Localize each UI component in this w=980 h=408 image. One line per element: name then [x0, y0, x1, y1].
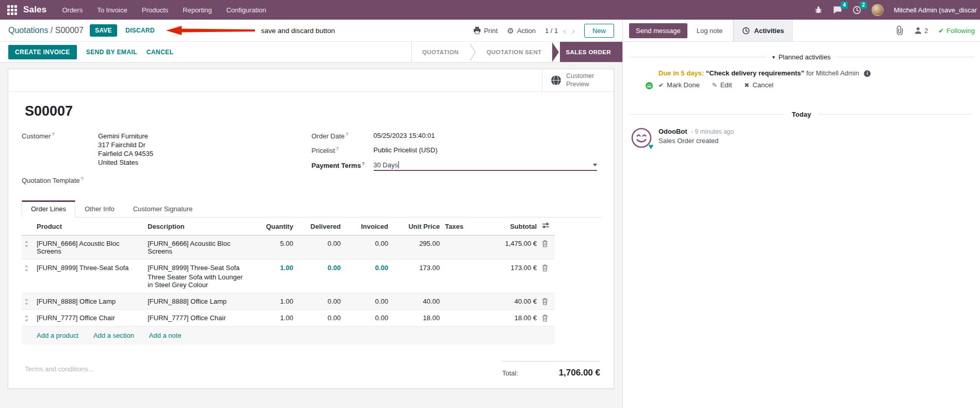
- cell-delivered[interactable]: 0.00: [296, 260, 343, 293]
- save-button[interactable]: SAVE: [90, 24, 117, 37]
- delete-line-button[interactable]: [539, 236, 555, 260]
- app-name[interactable]: Sales: [23, 5, 46, 15]
- drag-handle-icon[interactable]: [22, 236, 34, 260]
- table-header-row: Product Description Quantity Delivered I…: [22, 217, 555, 236]
- edit-activity-button[interactable]: ✎Edit: [712, 81, 732, 89]
- mark-done-button[interactable]: ✔Mark Done: [658, 81, 700, 89]
- message-author[interactable]: OdooBot: [658, 128, 687, 135]
- tab-order-lines[interactable]: Order Lines: [22, 200, 75, 217]
- add-a-product-link[interactable]: Add a product: [37, 332, 78, 339]
- delete-line-button[interactable]: [539, 310, 555, 326]
- message-body: Sales Order created: [658, 137, 734, 145]
- cell-description[interactable]: [FURN_8888] Office Lamp: [145, 293, 250, 310]
- followers-button[interactable]: 2: [914, 27, 928, 35]
- menu-reporting[interactable]: Reporting: [183, 6, 212, 14]
- menu-products[interactable]: Products: [142, 6, 168, 14]
- optional-columns-button[interactable]: [539, 217, 555, 236]
- stage-quotation-sent[interactable]: QUOTATION SENT: [476, 42, 552, 62]
- cell-taxes[interactable]: [442, 260, 477, 293]
- send-message-button[interactable]: Send message: [629, 23, 687, 38]
- cell-quantity[interactable]: 5.00: [250, 236, 296, 260]
- column-invoiced[interactable]: Invoiced: [343, 217, 391, 236]
- cell-product[interactable]: [FURN_6666] Acoustic Bloc Screens: [34, 236, 145, 260]
- send-by-email-button[interactable]: SEND BY EMAIL: [86, 49, 137, 56]
- user-avatar[interactable]: [872, 4, 883, 16]
- stage-sales-order[interactable]: SALES ORDER: [560, 42, 622, 62]
- add-a-note-link[interactable]: Add a note: [149, 332, 182, 339]
- menu-orders[interactable]: Orders: [62, 6, 83, 14]
- cell-taxes[interactable]: [442, 236, 477, 260]
- pager-value[interactable]: 1 / 1: [545, 27, 558, 35]
- cell-delivered[interactable]: 0.00: [296, 236, 343, 260]
- delete-line-button[interactable]: [539, 293, 555, 310]
- column-delivered[interactable]: Delivered: [296, 217, 343, 236]
- order-date-field[interactable]: 05/25/2023 15:40:01: [374, 132, 435, 139]
- column-product[interactable]: Product: [34, 217, 145, 236]
- cell-quantity[interactable]: 1.00: [250, 293, 296, 310]
- planned-activities-header[interactable]: ▾ Planned activities: [629, 53, 974, 61]
- cell-product[interactable]: [FURN_7777] Office Chair: [34, 310, 145, 326]
- menu-to-invoice[interactable]: To Invoice: [97, 6, 127, 14]
- cell-delivered[interactable]: 0.00: [296, 293, 343, 310]
- apps-grid-icon[interactable]: [7, 5, 17, 15]
- delete-line-button[interactable]: [539, 260, 555, 293]
- cell-unit-price[interactable]: 40.00: [391, 293, 442, 310]
- cell-quantity[interactable]: 1.00: [250, 260, 296, 293]
- cell-unit-price[interactable]: 18.00: [391, 310, 442, 326]
- cell-product[interactable]: [FURN_8888] Office Lamp: [34, 293, 145, 310]
- terms-and-conditions-field[interactable]: Terms and conditions...: [22, 358, 94, 378]
- pager-next-icon[interactable]: ›: [572, 26, 575, 36]
- column-taxes[interactable]: Taxes: [442, 217, 477, 236]
- info-icon[interactable]: i: [864, 70, 871, 77]
- user-name[interactable]: Mitchell Admin (save_discar: [894, 6, 977, 14]
- following-button[interactable]: ✔ Following: [938, 27, 975, 35]
- add-a-section-link[interactable]: Add a section: [93, 332, 134, 339]
- cell-invoiced[interactable]: 0.00: [343, 260, 391, 293]
- debug-bug-icon[interactable]: [814, 6, 823, 14]
- new-button[interactable]: New: [584, 24, 614, 38]
- messages-icon[interactable]: 4: [833, 6, 842, 14]
- pager-previous-icon[interactable]: ‹: [563, 26, 566, 36]
- column-unit-price[interactable]: Unit Price: [391, 217, 442, 236]
- tab-customer-signature[interactable]: Customer Signature: [124, 200, 202, 217]
- drag-handle-icon[interactable]: [22, 260, 34, 293]
- log-note-button[interactable]: Log note: [697, 27, 723, 35]
- column-description[interactable]: Description: [145, 217, 250, 236]
- customer-name-link[interactable]: Gemini Furniture: [98, 132, 153, 140]
- cell-quantity[interactable]: 1.00: [250, 310, 296, 326]
- dropdown-caret-icon[interactable]: [593, 164, 597, 166]
- cancel-activity-button[interactable]: ✖Cancel: [744, 81, 774, 89]
- cell-unit-price[interactable]: 295.00: [391, 236, 442, 260]
- cell-description[interactable]: [FURN_7777] Office Chair: [145, 310, 250, 326]
- cell-product[interactable]: [FURN_8999] Three-Seat Sofa: [34, 260, 145, 293]
- activities-badge: 2: [860, 2, 867, 9]
- tab-other-info[interactable]: Other Info: [75, 200, 124, 217]
- pricelist-field[interactable]: Public Pricelist (USD): [374, 146, 438, 154]
- action-button[interactable]: ⚙ Action: [507, 27, 536, 35]
- cancel-button[interactable]: CANCEL: [147, 49, 173, 56]
- activities-tab[interactable]: Activities: [733, 20, 793, 41]
- cell-description[interactable]: [FURN_8999] Three-Seat Sofa Three Seater…: [145, 260, 250, 293]
- payment-terms-field[interactable]: 30 Days: [374, 161, 598, 171]
- cell-invoiced[interactable]: 0.00: [343, 310, 391, 326]
- stage-quotation[interactable]: QUOTATION: [412, 42, 469, 62]
- cell-delivered[interactable]: 0.00: [296, 310, 343, 326]
- cell-invoiced[interactable]: 0.00: [343, 236, 391, 260]
- create-invoice-button[interactable]: CREATE INVOICE: [8, 45, 77, 59]
- discard-button[interactable]: DISCARD: [125, 27, 155, 34]
- cell-invoiced[interactable]: 0.00: [343, 293, 391, 310]
- cell-taxes[interactable]: [442, 310, 477, 326]
- activities-clock-icon[interactable]: 2: [853, 6, 861, 14]
- customer-preview-button[interactable]: Customer Preview: [542, 69, 614, 91]
- attachment-button[interactable]: [895, 26, 904, 35]
- column-quantity[interactable]: Quantity: [250, 217, 296, 236]
- print-button[interactable]: Print: [473, 27, 498, 35]
- drag-handle-icon[interactable]: [22, 310, 34, 326]
- cell-unit-price[interactable]: 173.00: [391, 260, 442, 293]
- breadcrumb-quotations[interactable]: Quotations: [8, 26, 48, 35]
- cell-taxes[interactable]: [442, 293, 477, 310]
- column-subtotal[interactable]: Subtotal: [477, 217, 539, 236]
- drag-handle-icon[interactable]: [22, 293, 34, 310]
- menu-configuration[interactable]: Configuration: [226, 6, 266, 14]
- cell-description[interactable]: [FURN_6666] Acoustic Bloc Screens: [145, 236, 250, 260]
